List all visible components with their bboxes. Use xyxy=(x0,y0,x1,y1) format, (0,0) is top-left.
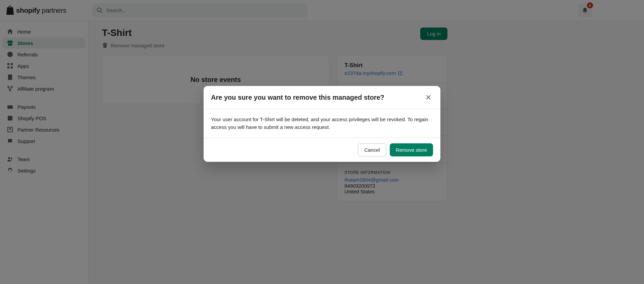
modal-body: Your user account for T-Shirt will be de… xyxy=(204,109,440,138)
modal-overlay[interactable]: Are you sure you want to remove this man… xyxy=(0,0,644,284)
confirm-remove-modal: Are you sure you want to remove this man… xyxy=(204,86,440,162)
modal-title: Are you sure you want to remove this man… xyxy=(211,94,384,101)
remove-store-button[interactable]: Remove store xyxy=(390,143,433,156)
modal-close-button[interactable] xyxy=(424,93,433,102)
cancel-button[interactable]: Cancel xyxy=(358,143,386,156)
close-icon xyxy=(425,94,432,101)
